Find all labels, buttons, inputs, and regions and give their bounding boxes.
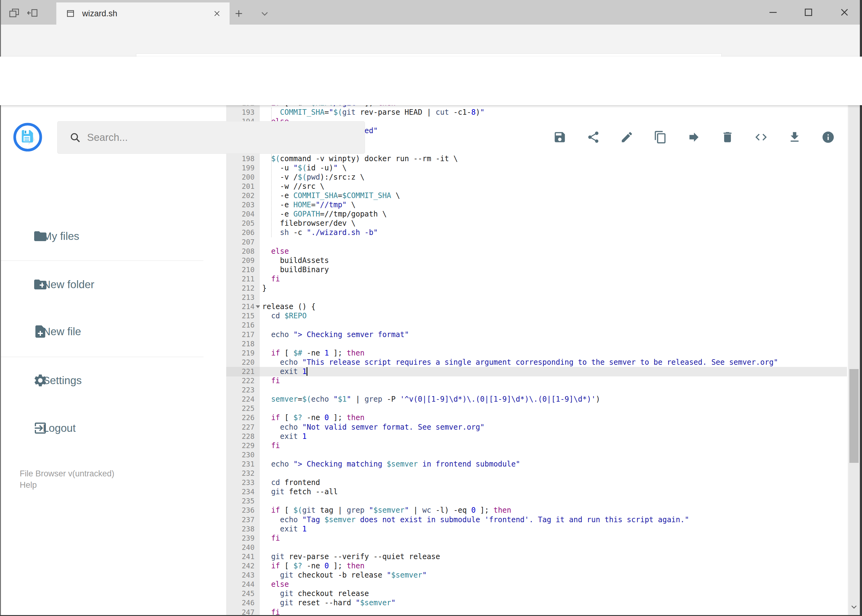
code-text[interactable]: exit 1 [260,367,847,376]
editor-line-215[interactable]: 215 cd $REPO [226,311,847,321]
code-editor[interactable]: 192 if [ -d "$REPO/.git" ]; then193 COMM… [226,105,847,616]
editor-line-193[interactable]: 193 COMMIT_SHA="$(git rev-parse HEAD | c… [226,108,847,117]
editor-line-213[interactable]: 213 [226,293,847,302]
code-text[interactable]: $(command -v winpty) docker run --rm -it… [260,154,847,163]
code-text[interactable]: echo "This release script requires a sin… [260,358,847,367]
new-tab-button[interactable] [233,8,244,19]
editor-line-229[interactable]: 229 fi [226,441,847,451]
sidebar-item-new-folder[interactable]: New folder [1,270,204,299]
editor-line-211[interactable]: 211 fi [226,274,847,284]
code-text[interactable]: else [260,580,847,589]
editor-line-221[interactable]: 221 exit 1 [226,367,847,376]
sidebar-item-settings[interactable]: Settings [1,366,204,394]
editor-line-235[interactable]: 235 [226,497,847,506]
code-text[interactable]: fi [260,534,847,543]
editor-line-238[interactable]: 238 exit 1 [226,524,847,534]
code-text[interactable] [260,404,847,413]
editor-line-226[interactable]: 226 if [ $? -ne 0 ]; then [226,413,847,423]
code-text[interactable]: exit 1 [260,432,847,441]
code-text[interactable]: semver=$(echo "$1" | grep -P '^v(0|[1-9]… [260,394,847,404]
editor-line-247[interactable]: 247 fi [226,608,847,616]
sidebar-item-logout[interactable]: Logout [1,414,204,442]
code-text[interactable]: -e HOME="//tmp" \ [260,200,847,210]
editor-line-216[interactable]: 216 [226,321,847,330]
code-text[interactable] [260,469,847,478]
editor-line-228[interactable]: 228 exit 1 [226,432,847,441]
editor-line-204[interactable]: 204 -e GOPATH=//tmp/gopath \ [226,209,847,219]
fold-arrow-icon[interactable] [256,305,260,308]
search-input[interactable] [87,131,334,144]
code-text[interactable]: -v /$(pwd):/src:z \ [260,173,847,182]
save-button[interactable] [553,130,567,144]
code-text[interactable]: exit 1 [260,524,847,534]
editor-line-231[interactable]: 231 echo "> Checking matching $semver in… [226,459,847,469]
code-text[interactable]: -e GOPATH=//tmp/gopath \ [260,209,847,219]
code-text[interactable] [260,293,847,302]
editor-line-198[interactable]: 198 $(command -v winpty) docker run --rm… [226,154,847,163]
editor-line-222[interactable]: 222 fi [226,376,847,386]
code-text[interactable]: echo "Not valid semver format. See semve… [260,423,847,432]
code-text[interactable] [260,339,847,349]
code-text[interactable] [260,497,847,506]
editor-line-207[interactable]: 207 [226,237,847,247]
code-text[interactable]: if [ $? -ne 0 ]; then [260,413,847,423]
editor-line-224[interactable]: 224 semver=$(echo "$1" | grep -P '^v(0|[… [226,394,847,404]
code-text[interactable]: git rev-parse --verify --quiet release [260,552,847,561]
editor-line-203[interactable]: 203 -e HOME="//tmp" \ [226,200,847,210]
window-close-button[interactable] [838,6,851,19]
code-text[interactable]: release () { [260,302,847,311]
code-text[interactable]: git fetch --all [260,487,847,497]
sidebar-item-my-files[interactable]: My files [1,222,204,250]
code-text[interactable]: fi [260,441,847,451]
code-text[interactable]: filebrowser/dev \ [260,218,847,228]
share-button[interactable] [586,130,600,144]
code-text[interactable]: if [ $# -ne 1 ]; then [260,349,847,358]
editor-line-227[interactable]: 227 echo "Not valid semver format. See s… [226,423,847,432]
code-text[interactable]: -e COMMIT_SHA=$COMMIT_SHA \ [260,191,847,201]
rename-button[interactable] [620,130,633,144]
code-text[interactable]: echo "> Checking matching $semver in fro… [260,459,847,469]
copy-button[interactable] [654,130,667,144]
code-text[interactable]: git checkout release [260,589,847,599]
editor-line-200[interactable]: 200 -v /$(pwd):/src:z \ [226,173,847,182]
editor-line-206[interactable]: 206 sh -c "./wizard.sh -b" [226,228,847,237]
editor-line-233[interactable]: 233 cd frontend [226,478,847,487]
editor-line-237[interactable]: 237 echo "Tag $semver does not exist in … [226,515,847,525]
editor-line-217[interactable]: 217 echo "> Checking semver format" [226,330,847,339]
editor-line-241[interactable]: 241 git rev-parse --verify --quiet relea… [226,552,847,561]
search-bar[interactable] [57,121,365,154]
sidebar-item-new-file[interactable]: New file [1,317,204,346]
code-text[interactable] [260,543,847,552]
editor-line-210[interactable]: 210 buildBinary [226,265,847,275]
code-text[interactable]: fi [260,376,847,386]
code-text[interactable]: } [260,284,847,293]
code-text[interactable] [260,450,847,460]
code-text[interactable]: else [260,247,847,256]
window-maximize-button[interactable] [802,6,815,19]
editor-line-223[interactable]: 223 [226,385,847,395]
code-text[interactable]: fi [260,608,847,616]
code-text[interactable]: -w //src \ [260,182,847,191]
move-button[interactable] [687,130,701,144]
editor-line-214[interactable]: 214release () { [226,302,847,311]
code-text[interactable] [260,385,847,395]
editor-line-236[interactable]: 236 if [ $(git tag | grep "$semver" | wc… [226,506,847,515]
editor-line-212[interactable]: 212} [226,284,847,293]
scrollbar-thumb[interactable] [849,369,859,463]
scroll-down-arrow-icon[interactable] [849,602,859,611]
editor-line-225[interactable]: 225 [226,404,847,413]
code-text[interactable]: git reset --hard "$semver" [260,598,847,608]
code-text[interactable]: -u "$(id -u)" \ [260,163,847,173]
editor-line-245[interactable]: 245 git checkout release [226,589,847,599]
editor-line-199[interactable]: 199 -u "$(id -u)" \ [226,163,847,173]
code-text[interactable]: cd frontend [260,478,847,487]
code-text[interactable]: sh -c "./wizard.sh -b" [260,228,847,237]
editor-line-234[interactable]: 234 git fetch --all [226,487,847,497]
code-text[interactable]: COMMIT_SHA="$(git rev-parse HEAD | cut -… [260,108,847,117]
download-button[interactable] [788,130,801,144]
code-text[interactable]: cd $REPO [260,311,847,321]
editor-line-232[interactable]: 232 [226,469,847,478]
code-text[interactable] [260,321,847,330]
scrollbar-track[interactable] [848,57,860,616]
code-text[interactable]: buildAssets [260,256,847,266]
